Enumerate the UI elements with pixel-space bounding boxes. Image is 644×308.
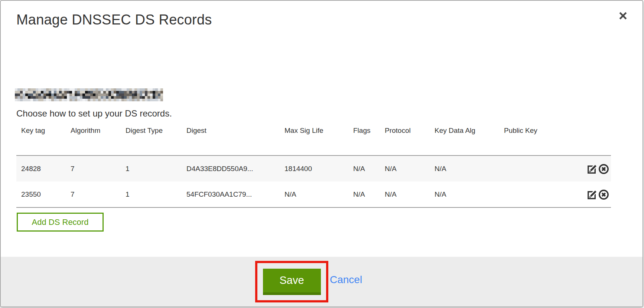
col-header-flags: Flags: [348, 124, 380, 155]
col-header-protocol: Protocol: [380, 124, 430, 155]
cell-key-data-alg: N/A: [430, 181, 499, 207]
remove-icon: [598, 196, 609, 201]
col-header-public-key: Public Key: [499, 124, 555, 155]
edit-record-button[interactable]: [586, 189, 598, 200]
remove-record-button[interactable]: [598, 163, 609, 174]
close-icon: [618, 11, 628, 20]
edit-record-button[interactable]: [586, 163, 598, 174]
table-row: 23550 7 1 54FCF030AA1C79... N/A N/A N/A …: [16, 181, 611, 207]
cell-public-key: [499, 155, 555, 181]
instruction-text: Choose how to set up your DS records.: [16, 108, 172, 119]
table-header-row: Key tag Algorithm Digest Type Digest Max…: [16, 124, 611, 155]
cell-digest: 54FCF030AA1C79...: [182, 181, 280, 207]
col-header-max-sig-life: Max Sig Life: [280, 124, 348, 155]
page-title: Manage DNSSEC DS Records: [16, 12, 212, 28]
edit-icon: [586, 170, 598, 176]
dnssec-modal: Manage DNSSEC DS Records Choose how to s…: [0, 0, 643, 307]
cell-digest-type: 1: [121, 181, 182, 207]
remove-icon: [598, 170, 609, 176]
cell-flags: N/A: [348, 181, 380, 207]
close-button[interactable]: [617, 10, 629, 22]
col-header-algorithm: Algorithm: [66, 124, 121, 155]
table-row: 24828 7 1 D4A33E8DD550A9... 1814400 N/A …: [16, 155, 611, 181]
modal-footer: Save Cancel: [1, 257, 643, 307]
cell-key-tag: 24828: [16, 155, 66, 181]
annotation-highlight-rect: Save: [255, 261, 328, 302]
cell-digest: D4A33E8DD550A9...: [182, 155, 280, 181]
add-ds-record-button[interactable]: Add DS Record: [17, 213, 104, 232]
save-button[interactable]: Save: [263, 269, 321, 295]
row-actions: [555, 181, 611, 207]
row-actions: [555, 155, 611, 181]
ds-records-table: Key tag Algorithm Digest Type Digest Max…: [16, 124, 611, 208]
edit-icon: [586, 196, 598, 201]
col-header-actions: [555, 124, 611, 155]
cell-algorithm: 7: [66, 181, 121, 207]
cell-max-sig-life: N/A: [280, 181, 348, 207]
cell-public-key: [499, 181, 555, 207]
cell-digest-type: 1: [121, 155, 182, 181]
cell-protocol: N/A: [380, 155, 430, 181]
col-header-digest: Digest: [182, 124, 280, 155]
col-header-key-tag: Key tag: [16, 124, 66, 155]
cell-protocol: N/A: [380, 181, 430, 207]
redacted-domain: [15, 88, 163, 101]
col-header-key-data-alg: Key Data Alg: [430, 124, 499, 155]
cancel-link[interactable]: Cancel: [330, 274, 362, 286]
cell-flags: N/A: [348, 155, 380, 181]
remove-record-button[interactable]: [598, 189, 609, 200]
cell-algorithm: 7: [66, 155, 121, 181]
cell-key-data-alg: N/A: [430, 155, 499, 181]
col-header-digest-type: Digest Type: [121, 124, 182, 155]
cell-max-sig-life: 1814400: [280, 155, 348, 181]
cell-key-tag: 23550: [16, 181, 66, 207]
